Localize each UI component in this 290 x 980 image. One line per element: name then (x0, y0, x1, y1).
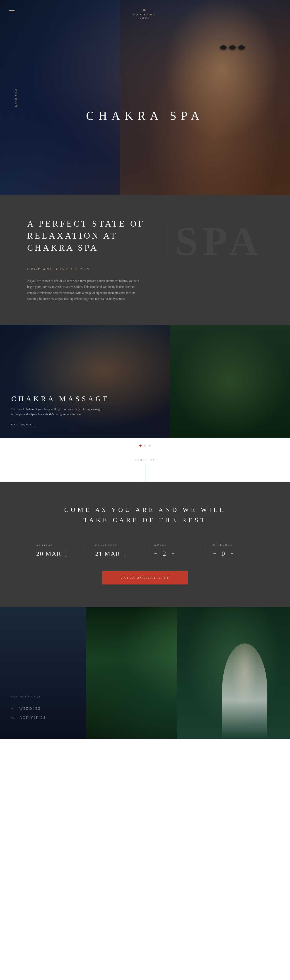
stone-3 (238, 45, 245, 49)
spa-watermark: SPA (168, 218, 263, 265)
discover-left-panel: DISCOVER NEXT 01 WEDDING 02 ACTIVITIES (0, 607, 86, 739)
arrival-value: 20 MAR (36, 550, 62, 557)
check-availability-button[interactable]: CHECK AVAILABILITY (102, 571, 187, 584)
booking-headline: COME AS YOU ARE AND WE WILL TAKE CARE OF… (27, 505, 263, 525)
massage-title: CHAKRA MASSAGE (11, 395, 161, 403)
hamburger-line-2 (9, 12, 14, 12)
arrival-label: ARRIVAL (36, 544, 77, 547)
massage-description: Focus on 7 chakras of your body while pe… (11, 407, 102, 417)
adult-plus-button[interactable]: + (171, 550, 174, 557)
discover-item-activities[interactable]: 02 ACTIVITIES (11, 716, 75, 720)
booking-form: ARRIVAL 20 MAR ⌃ ⌄ DEPARTURE 21 MAR ⌃ ⌄ (27, 543, 263, 557)
children-value-row: − 0 + (213, 550, 254, 557)
children-field: CHILDREN − 0 + (204, 543, 263, 557)
arrival-up-arrow[interactable]: ⌃ (64, 550, 67, 554)
massage-side-bg (170, 325, 290, 438)
adult-label: ADULT (154, 543, 195, 546)
nav-menu-button[interactable] (9, 9, 14, 13)
discover-wedding-num: 01 (11, 707, 15, 710)
departure-label: DEPARTURE (95, 544, 136, 547)
watermark-line (168, 223, 168, 259)
discover-item-wedding[interactable]: 01 WEDDING (11, 707, 75, 711)
about-subheadline: DROP AND GIVE US ZEN. (27, 267, 263, 271)
children-minus-button[interactable]: − (213, 550, 216, 557)
departure-arrows[interactable]: ⌃ ⌄ (123, 550, 126, 557)
adult-value: 2 (160, 550, 169, 557)
stone-2 (229, 45, 236, 49)
arrival-arrows[interactable]: ⌃ ⌄ (64, 550, 67, 557)
spa-stones-decoration (220, 45, 245, 49)
logo-brand-name: SAMSARA (133, 13, 157, 16)
logo-infinity-symbol: ∞ (143, 7, 147, 13)
about-section: SPA A PERFECT STATE OF RELAXATION AT CHA… (0, 195, 290, 325)
discover-activities-num: 02 (11, 716, 15, 719)
stone-1 (220, 45, 227, 49)
departure-value: 21 MAR (95, 550, 120, 557)
carousel-dots (0, 438, 290, 453)
discover-wedding-title: WEDDING (19, 707, 41, 711)
massage-side-image (170, 325, 290, 438)
book-now-vertical-label[interactable]: BOOK NOW (15, 88, 17, 107)
departure-up-arrow[interactable]: ⌃ (123, 550, 126, 554)
children-plus-button[interactable]: + (230, 550, 233, 557)
massage-card: CHAKRA MASSAGE Focus on 7 chakras of you… (0, 325, 172, 438)
watermark-text: SPA (175, 218, 263, 265)
discover-section: DISCOVER NEXT 01 WEDDING 02 ACTIVITIES (0, 607, 290, 739)
arrival-down-arrow[interactable]: ⌄ (64, 554, 67, 557)
vertical-line-decoration (0, 462, 290, 482)
hero-section: ∞ SAMSARA UBUD BOOK NOW CHAKRA SPA (0, 0, 290, 195)
adult-field: ADULT − 2 + (145, 543, 204, 557)
carousel-dot-1[interactable] (139, 444, 142, 447)
discover-items-list: 01 WEDDING 02 ACTIVITIES (11, 707, 75, 725)
departure-down-arrow[interactable]: ⌄ (123, 554, 126, 557)
hero-title: CHAKRA SPA (86, 109, 204, 123)
massage-card-content: CHAKRA MASSAGE Focus on 7 chakras of you… (11, 395, 161, 427)
departure-field: DEPARTURE 21 MAR ⌃ ⌄ (86, 544, 145, 557)
arrival-field: ARRIVAL 20 MAR ⌃ ⌄ (27, 544, 86, 557)
discover-next-label: DISCOVER NEXT (11, 695, 75, 698)
booking-headline-line2: TAKE CARE OF THE REST (83, 516, 206, 523)
discover-right-panel (86, 607, 290, 739)
breadcrumb: HOME / SPA (135, 458, 155, 461)
discover-activities-title: ACTIVITIES (19, 716, 46, 720)
massage-section: CHAKRA MASSAGE Focus on 7 chakras of you… (0, 325, 290, 438)
get-inquiry-button[interactable]: GET INQUIRY (11, 423, 35, 427)
hero-woman-figure (120, 0, 290, 195)
breadcrumb-section: HOME / SPA (0, 453, 290, 462)
carousel-dot-3[interactable] (148, 444, 151, 447)
about-body-text: As you are shown to one of Chakra Spa's … (27, 278, 145, 302)
logo[interactable]: ∞ SAMSARA UBUD (133, 7, 157, 19)
arrival-value-row: 20 MAR ⌃ ⌄ (36, 550, 77, 557)
discover-woman-figure (222, 643, 267, 739)
adult-minus-button[interactable]: − (154, 550, 157, 557)
children-label: CHILDREN (213, 543, 254, 546)
hamburger-line-1 (9, 10, 14, 11)
adult-value-row: − 2 + (154, 550, 195, 557)
hero-title-container: CHAKRA SPA (86, 109, 204, 123)
children-value: 0 (219, 550, 228, 557)
about-headline: A PERFECT STATE OF RELAXATION AT CHAKRA … (27, 218, 163, 254)
booking-section: COME AS YOU ARE AND WE WILL TAKE CARE OF… (0, 482, 290, 607)
logo-location: UBUD (133, 16, 157, 19)
departure-value-row: 21 MAR ⌃ ⌄ (95, 550, 136, 557)
booking-headline-line1: COME AS YOU ARE AND WE WILL (64, 506, 226, 513)
carousel-dot-2[interactable] (144, 444, 146, 447)
